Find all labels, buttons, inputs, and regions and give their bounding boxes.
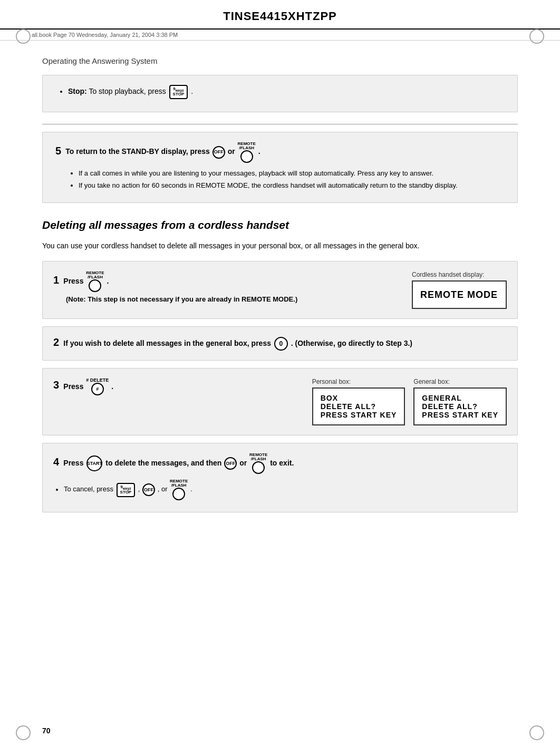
step5-number: 5 (55, 144, 61, 156)
page-number: 70 (42, 726, 51, 735)
step1-display: REMOTE MODE (412, 280, 507, 309)
deleting-section-title: Deleting all messages from a cordless ha… (42, 219, 518, 231)
step2-number: 2 (53, 336, 59, 348)
step4-off-button2: OFF (142, 483, 155, 496)
hash-delete-button: # DELETE # (86, 378, 109, 395)
step5-box: 5 To return to the STAND-BY display, pre… (42, 132, 518, 203)
remote-flash-button: REMOTE/FLASH (238, 142, 256, 163)
stop-button-icon: 9wxyzSTOP (169, 85, 188, 99)
step4-off-button: OFF (224, 457, 237, 470)
step5-bullet1: If a call comes in while you are listeni… (79, 168, 505, 179)
general-box-display: GENERAL DELETE ALL? PRESS START KEY (413, 387, 507, 425)
step2-box: 2 If you wish to delete all messages in … (42, 326, 518, 361)
corner-mark-bl (16, 725, 31, 740)
start-button: START (86, 455, 102, 471)
stop-period: . (191, 87, 193, 95)
step5-bullet2: If you take no action for 60 seconds in … (79, 180, 505, 191)
step4-box: 4 Press START to delete the messages, an… (42, 443, 518, 512)
general-box-label: General box: (413, 378, 507, 385)
step4-text: Press START to delete the messages, and … (63, 459, 294, 467)
step4-remote-button2: REMOTE/FLASH (170, 479, 188, 500)
step1-remote-button: REMOTE/FLASH (86, 271, 104, 292)
corner-mark-br (529, 725, 544, 740)
step1-number: 1 (53, 274, 59, 286)
step2-text: If you wish to delete all messages in th… (63, 339, 412, 347)
step4-number: 4 (53, 456, 59, 468)
zero-button: 0 (274, 337, 288, 351)
step3-number: 3 (53, 380, 59, 391)
divider-1 (42, 124, 518, 124)
corner-mark-tr (529, 29, 544, 44)
personal-box-label: Personal box: (312, 378, 405, 385)
file-info: all.book Page 70 Wednesday, January 21, … (0, 30, 560, 41)
step4-nine-button: 9wxyzSTOP (117, 483, 136, 497)
page-title: TINSE4415XHTZPP (0, 0, 560, 30)
personal-box-display: BOX DELETE ALL? PRESS START KEY (312, 387, 405, 425)
step1-note: (Note: This step is not necessary if you… (66, 295, 396, 303)
step1-text: Press REMOTE/FLASH . (63, 277, 109, 285)
step4-remote-button: REMOTE/FLASH (249, 453, 267, 474)
step3-box: 3 Press # DELETE # . Personal box: (42, 368, 518, 435)
step5-text: To return to the STAND-BY display, press… (65, 147, 260, 156)
stop-label: Stop: (68, 87, 87, 95)
corner-mark-tl (16, 29, 31, 44)
stop-text: To stop playback, press (89, 87, 168, 95)
step4-cancel: To cancel, press 9wxyzSTOP , OFF , or RE… (64, 479, 507, 500)
deleting-section-intro: You can use your cordless handset to del… (42, 240, 518, 251)
off-button: OFF (213, 146, 225, 159)
step1-box: 1 Press REMOTE/FLASH . (Note: This step … (42, 261, 518, 319)
stop-info-box: Stop: To stop playback, press 9wxyzSTOP … (42, 75, 518, 112)
section-title: Operating the Answering System (42, 56, 518, 65)
step3-text: Press # DELETE # . (63, 382, 113, 391)
step1-display-label: Cordless handset display: (412, 271, 507, 278)
